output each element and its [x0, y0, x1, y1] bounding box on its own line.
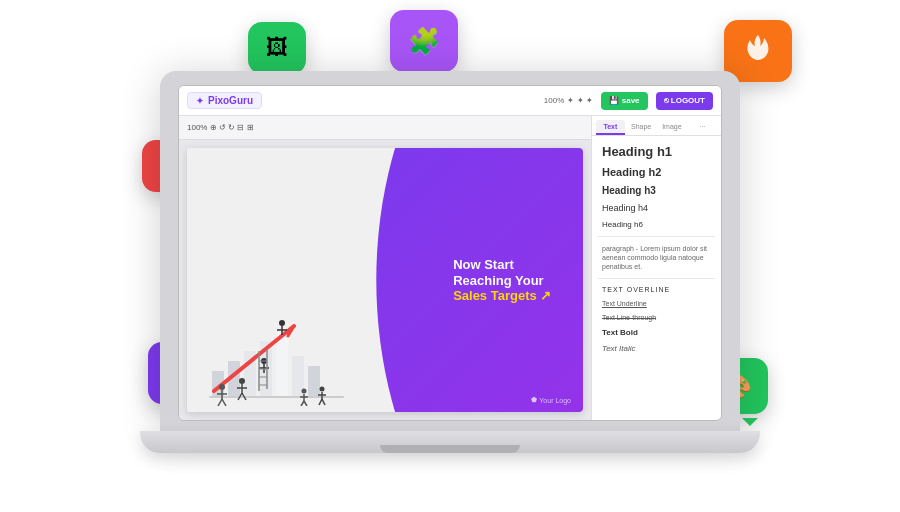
svg-point-35 — [319, 387, 324, 392]
headline-highlight: Sales Targets ↗ — [453, 288, 551, 303]
laptop-screen-bezel: ✦ PixoGuru 100% ✦ ✦ ✦ 💾 💾 save save ⎋ — [160, 71, 740, 431]
tab-image[interactable]: Image — [658, 120, 687, 135]
svg-line-34 — [304, 401, 307, 406]
design-canvas[interactable]: Now Start Reaching Your Sales Targets ↗ … — [187, 148, 583, 412]
svg-rect-7 — [308, 366, 320, 396]
logout-button[interactable]: ⎋ LOGOUT — [656, 92, 713, 110]
canvas-wrapper: Now Start Reaching Your Sales Targets ↗ … — [179, 140, 591, 420]
svg-point-27 — [279, 320, 285, 326]
isometric-chart — [204, 311, 349, 406]
fire-icon — [742, 32, 774, 71]
zoom-controls: 100% ✦ ✦ ✦ — [544, 96, 593, 105]
logo-icon: ✦ — [196, 96, 204, 106]
svg-line-12 — [222, 399, 226, 406]
canvas-toolbar: 100% ⊕ ↺ ↻ ⊟ ⊞ — [179, 116, 591, 140]
style-heading6[interactable]: Heading h6 — [598, 218, 715, 231]
app-content: 100% ⊕ ↺ ↻ ⊟ ⊞ — [179, 116, 721, 420]
style-heading1[interactable]: Heading h1 — [598, 142, 715, 161]
save-button[interactable]: 💾 💾 save save — [601, 92, 648, 110]
tab-text[interactable]: Text — [596, 120, 625, 135]
style-heading4[interactable]: Heading h4 — [598, 201, 715, 215]
headline-line2: Reaching Your — [453, 273, 551, 289]
logout-label: ⎋ LOGOUT — [664, 96, 705, 105]
style-paragraph[interactable]: paragraph - Lorem ipsum dolor sit aenean… — [598, 242, 715, 273]
zoom-level: 100% — [544, 96, 564, 105]
laptop-base — [140, 431, 760, 453]
laptop: ✦ PixoGuru 100% ✦ ✦ ✦ 💾 💾 save save ⎋ — [160, 71, 740, 461]
svg-rect-0 — [209, 396, 344, 398]
design-logo-watermark: ⬟ Your Logo — [531, 396, 571, 404]
svg-point-30 — [301, 389, 306, 394]
panel-divider-1 — [598, 236, 715, 237]
toolbar-tools: ✦ ✦ ✦ — [567, 96, 592, 105]
save-icon: 💾 — [609, 96, 619, 105]
app-name: PixoGuru — [208, 95, 253, 106]
app-window: ✦ PixoGuru 100% ✦ ✦ ✦ 💾 💾 save save ⎋ — [178, 85, 722, 421]
canvas-area: 100% ⊕ ↺ ↻ ⊟ ⊞ — [179, 116, 591, 420]
design-text-area: Now Start Reaching Your Sales Targets ↗ — [453, 257, 551, 303]
svg-line-39 — [322, 399, 325, 405]
svg-line-38 — [319, 399, 322, 405]
style-strikethrough[interactable]: Text Line-through — [598, 312, 715, 323]
app-toolbar: ✦ PixoGuru 100% ✦ ✦ ✦ 💾 💾 save save ⎋ — [179, 86, 721, 116]
panel-divider-2 — [598, 278, 715, 279]
style-italic[interactable]: Text Italic — [598, 342, 715, 355]
headline-line1: Now Start — [453, 257, 551, 273]
style-underline[interactable]: Text Underline — [598, 298, 715, 309]
panel-text-content: Heading h1 Heading h2 Heading h3 Heading… — [592, 136, 721, 361]
puzzle-icon-bubble[interactable]: 🧩 — [390, 10, 458, 72]
svg-point-13 — [239, 378, 245, 384]
style-heading2[interactable]: Heading h2 — [598, 164, 715, 180]
tab-more[interactable]: ··· — [688, 120, 717, 135]
illustration-area — [187, 148, 365, 412]
style-bold[interactable]: Text Bold — [598, 326, 715, 339]
svg-line-11 — [218, 399, 222, 406]
panel-tabs: Text Shape Image ··· — [592, 116, 721, 136]
image-icon: 🖼 — [266, 35, 288, 61]
scene: 🖼 🧩 ⧉ Aa| 🎨 ✦ PixoGuru — [0, 0, 900, 512]
svg-line-33 — [301, 401, 304, 406]
style-overline[interactable]: Text Overline — [598, 284, 715, 295]
puzzle-icon: 🧩 — [408, 26, 440, 57]
right-panel: Text Shape Image ··· Heading h1 Heading … — [591, 116, 721, 420]
image-icon-bubble[interactable]: 🖼 — [248, 22, 306, 74]
style-heading3[interactable]: Heading h3 — [598, 183, 715, 198]
tab-shape[interactable]: Shape — [627, 120, 656, 135]
canvas-zoom: 100% ⊕ ↺ ↻ ⊟ ⊞ — [187, 123, 254, 132]
svg-point-8 — [219, 384, 225, 390]
app-logo: ✦ PixoGuru — [187, 92, 262, 109]
